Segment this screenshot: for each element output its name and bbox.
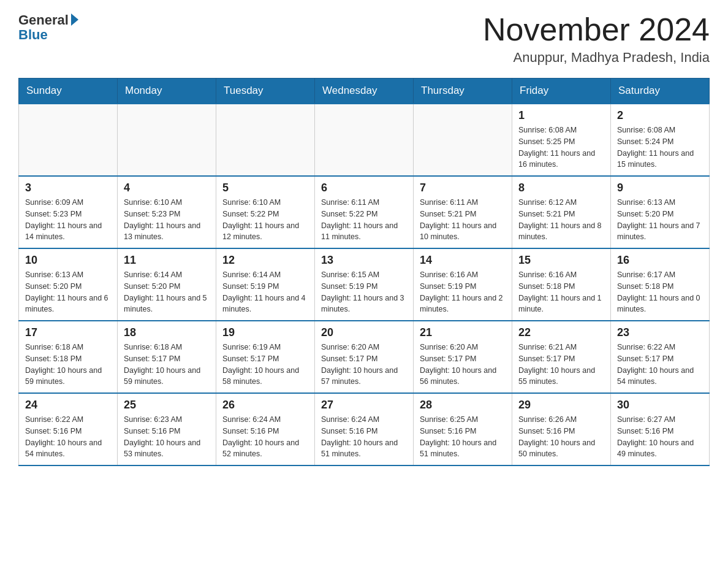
calendar-cell: 30Sunrise: 6:27 AMSunset: 5:16 PMDayligh… — [611, 393, 710, 465]
calendar-cell: 15Sunrise: 6:16 AMSunset: 5:18 PMDayligh… — [512, 248, 611, 321]
calendar-cell: 1Sunrise: 6:08 AMSunset: 5:25 PMDaylight… — [512, 104, 611, 176]
weekday-header-friday: Friday — [512, 79, 611, 104]
day-info: Sunrise: 6:15 AMSunset: 5:19 PMDaylight:… — [321, 269, 407, 315]
header: General Blue November 2024 Anuppur, Madh… — [18, 12, 710, 66]
day-info: Sunrise: 6:21 AMSunset: 5:17 PMDaylight:… — [518, 342, 604, 388]
calendar-cell: 26Sunrise: 6:24 AMSunset: 5:16 PMDayligh… — [216, 393, 315, 465]
day-number: 23 — [617, 326, 703, 339]
day-number: 15 — [518, 254, 604, 267]
day-number: 21 — [420, 326, 506, 339]
day-number: 1 — [518, 109, 604, 122]
day-info: Sunrise: 6:16 AMSunset: 5:19 PMDaylight:… — [420, 269, 506, 315]
day-info: Sunrise: 6:12 AMSunset: 5:21 PMDaylight:… — [518, 197, 604, 243]
day-number: 14 — [420, 254, 506, 267]
day-number: 16 — [617, 254, 703, 267]
calendar-cell: 4Sunrise: 6:10 AMSunset: 5:23 PMDaylight… — [118, 176, 216, 248]
day-number: 4 — [124, 182, 210, 194]
calendar-cell: 9Sunrise: 6:13 AMSunset: 5:20 PMDaylight… — [611, 176, 710, 248]
calendar-cell: 11Sunrise: 6:14 AMSunset: 5:20 PMDayligh… — [118, 248, 216, 321]
day-number: 28 — [420, 399, 506, 412]
day-number: 27 — [321, 399, 407, 412]
day-info: Sunrise: 6:13 AMSunset: 5:20 PMDaylight:… — [25, 269, 111, 315]
calendar-cell: 10Sunrise: 6:13 AMSunset: 5:20 PMDayligh… — [19, 248, 118, 321]
calendar-cell: 27Sunrise: 6:24 AMSunset: 5:16 PMDayligh… — [315, 393, 414, 465]
day-info: Sunrise: 6:11 AMSunset: 5:22 PMDaylight:… — [321, 197, 407, 243]
calendar-cell: 6Sunrise: 6:11 AMSunset: 5:22 PMDaylight… — [315, 176, 414, 248]
day-info: Sunrise: 6:08 AMSunset: 5:25 PMDaylight:… — [518, 124, 604, 170]
calendar-cell: 21Sunrise: 6:20 AMSunset: 5:17 PMDayligh… — [414, 321, 512, 393]
day-number: 20 — [321, 326, 407, 339]
logo-arrow-icon — [71, 13, 78, 26]
day-info: Sunrise: 6:17 AMSunset: 5:18 PMDaylight:… — [617, 269, 703, 315]
calendar-cell: 19Sunrise: 6:19 AMSunset: 5:17 PMDayligh… — [216, 321, 315, 393]
day-number: 25 — [124, 399, 210, 412]
day-number: 5 — [222, 182, 308, 194]
calendar-cell: 18Sunrise: 6:18 AMSunset: 5:17 PMDayligh… — [118, 321, 216, 393]
weekday-header-monday: Monday — [118, 79, 216, 104]
calendar-cell — [118, 104, 216, 176]
calendar-cell: 20Sunrise: 6:20 AMSunset: 5:17 PMDayligh… — [315, 321, 414, 393]
calendar-week-row: 17Sunrise: 6:18 AMSunset: 5:18 PMDayligh… — [19, 321, 710, 393]
calendar-cell — [414, 104, 512, 176]
day-number: 10 — [25, 254, 111, 267]
weekday-header-saturday: Saturday — [611, 79, 710, 104]
calendar-table: SundayMondayTuesdayWednesdayThursdayFrid… — [18, 78, 710, 466]
calendar-cell: 16Sunrise: 6:17 AMSunset: 5:18 PMDayligh… — [611, 248, 710, 321]
logo-general-label: General — [18, 12, 69, 28]
day-info: Sunrise: 6:20 AMSunset: 5:17 PMDaylight:… — [420, 342, 506, 388]
calendar-cell: 28Sunrise: 6:25 AMSunset: 5:16 PMDayligh… — [414, 393, 512, 465]
day-info: Sunrise: 6:18 AMSunset: 5:17 PMDaylight:… — [124, 342, 210, 388]
day-info: Sunrise: 6:11 AMSunset: 5:21 PMDaylight:… — [420, 197, 506, 243]
day-info: Sunrise: 6:09 AMSunset: 5:23 PMDaylight:… — [25, 197, 111, 243]
day-number: 29 — [518, 399, 604, 412]
day-number: 7 — [420, 182, 506, 194]
calendar-week-row: 3Sunrise: 6:09 AMSunset: 5:23 PMDaylight… — [19, 176, 710, 248]
day-number: 17 — [25, 326, 111, 339]
day-number: 22 — [518, 326, 604, 339]
day-number: 3 — [25, 182, 111, 194]
day-info: Sunrise: 6:24 AMSunset: 5:16 PMDaylight:… — [222, 414, 308, 460]
calendar-week-row: 10Sunrise: 6:13 AMSunset: 5:20 PMDayligh… — [19, 248, 710, 321]
calendar-cell: 7Sunrise: 6:11 AMSunset: 5:21 PMDaylight… — [414, 176, 512, 248]
day-info: Sunrise: 6:24 AMSunset: 5:16 PMDaylight:… — [321, 414, 407, 460]
day-number: 9 — [617, 182, 703, 194]
day-info: Sunrise: 6:27 AMSunset: 5:16 PMDaylight:… — [617, 414, 703, 460]
day-info: Sunrise: 6:23 AMSunset: 5:16 PMDaylight:… — [124, 414, 210, 460]
calendar-cell: 17Sunrise: 6:18 AMSunset: 5:18 PMDayligh… — [19, 321, 118, 393]
calendar-cell: 23Sunrise: 6:22 AMSunset: 5:17 PMDayligh… — [611, 321, 710, 393]
calendar-cell: 24Sunrise: 6:22 AMSunset: 5:16 PMDayligh… — [19, 393, 118, 465]
calendar-cell — [19, 104, 118, 176]
day-info: Sunrise: 6:13 AMSunset: 5:20 PMDaylight:… — [617, 197, 703, 243]
day-number: 13 — [321, 254, 407, 267]
day-number: 11 — [124, 254, 210, 267]
weekday-header-row: SundayMondayTuesdayWednesdayThursdayFrid… — [19, 79, 710, 104]
weekday-header-sunday: Sunday — [19, 79, 118, 104]
calendar-cell: 13Sunrise: 6:15 AMSunset: 5:19 PMDayligh… — [315, 248, 414, 321]
calendar-cell — [315, 104, 414, 176]
day-info: Sunrise: 6:25 AMSunset: 5:16 PMDaylight:… — [420, 414, 506, 460]
logo-blue-label: Blue — [18, 27, 48, 43]
day-number: 24 — [25, 399, 111, 412]
weekday-header-tuesday: Tuesday — [216, 79, 315, 104]
day-number: 30 — [617, 399, 703, 412]
calendar-week-row: 1Sunrise: 6:08 AMSunset: 5:25 PMDaylight… — [19, 104, 710, 176]
location-subtitle: Anuppur, Madhya Pradesh, India — [483, 50, 710, 66]
day-info: Sunrise: 6:14 AMSunset: 5:20 PMDaylight:… — [124, 269, 210, 315]
day-info: Sunrise: 6:10 AMSunset: 5:23 PMDaylight:… — [124, 197, 210, 243]
weekday-header-wednesday: Wednesday — [315, 79, 414, 104]
logo: General Blue — [18, 12, 78, 43]
day-info: Sunrise: 6:14 AMSunset: 5:19 PMDaylight:… — [222, 269, 308, 315]
day-info: Sunrise: 6:16 AMSunset: 5:18 PMDaylight:… — [518, 269, 604, 315]
calendar-cell: 14Sunrise: 6:16 AMSunset: 5:19 PMDayligh… — [414, 248, 512, 321]
calendar-cell: 22Sunrise: 6:21 AMSunset: 5:17 PMDayligh… — [512, 321, 611, 393]
day-info: Sunrise: 6:19 AMSunset: 5:17 PMDaylight:… — [222, 342, 308, 388]
day-info: Sunrise: 6:08 AMSunset: 5:24 PMDaylight:… — [617, 124, 703, 170]
day-number: 19 — [222, 326, 308, 339]
day-info: Sunrise: 6:18 AMSunset: 5:18 PMDaylight:… — [25, 342, 111, 388]
month-title: November 2024 — [483, 12, 710, 47]
calendar-week-row: 24Sunrise: 6:22 AMSunset: 5:16 PMDayligh… — [19, 393, 710, 465]
day-number: 8 — [518, 182, 604, 194]
day-number: 2 — [617, 109, 703, 122]
day-info: Sunrise: 6:22 AMSunset: 5:17 PMDaylight:… — [617, 342, 703, 388]
calendar-cell: 2Sunrise: 6:08 AMSunset: 5:24 PMDaylight… — [611, 104, 710, 176]
